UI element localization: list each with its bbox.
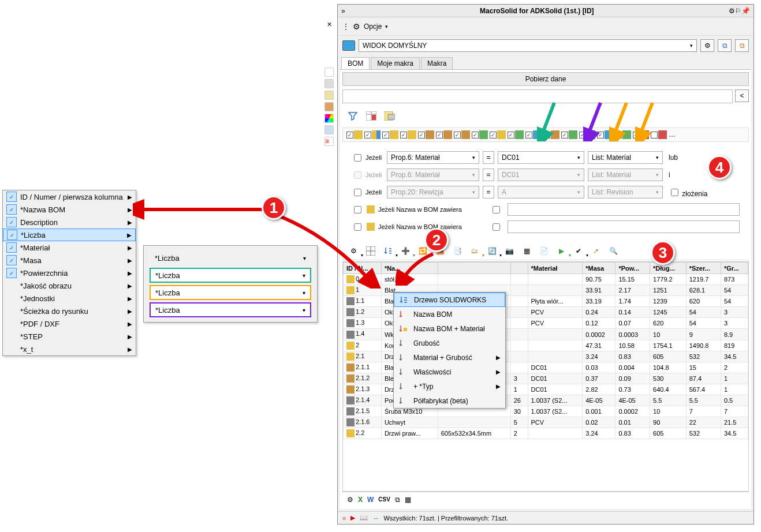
tree-opt-polfab[interactable]: Półfabrykat (beta) xyxy=(394,394,505,408)
table-cell[interactable]: 1 xyxy=(721,384,748,395)
flag-icon[interactable]: ⚐ xyxy=(735,7,741,15)
table-cell[interactable]: 640.4 xyxy=(650,384,687,395)
table-cell[interactable] xyxy=(438,274,510,285)
table-cell[interactable]: 1.0037 (S2... xyxy=(528,395,583,406)
table-cell[interactable] xyxy=(510,307,528,318)
table-cell[interactable]: 0.73 xyxy=(615,384,650,395)
book-icon[interactable]: 📖 xyxy=(360,514,368,522)
pobierz-dane-button[interactable]: Pobierz dane xyxy=(342,72,749,86)
check-dropdown[interactable]: ✔▾ xyxy=(572,245,585,257)
table-cell[interactable]: 54 xyxy=(721,285,748,296)
table-cell[interactable]: 54 xyxy=(686,307,721,318)
table-cell[interactable]: 54 xyxy=(721,296,748,307)
table-cell[interactable]: 605 xyxy=(650,351,687,362)
view-select[interactable]: WIDOK DOMYŚLNY ▾ xyxy=(359,39,697,52)
cond3-prop-select[interactable]: Prop.20: Rewizja▾ xyxy=(387,186,479,198)
table-cell[interactable]: 3.24 xyxy=(583,351,615,362)
table-cell[interactable]: 5.5 xyxy=(686,395,721,406)
table-cell[interactable] xyxy=(510,362,528,373)
table-cell[interactable]: Uchwyt xyxy=(381,417,438,428)
cm-item-description[interactable]: ✓Description▶ xyxy=(3,216,136,228)
table-cell[interactable]: 1.2 xyxy=(344,307,382,318)
table-cell[interactable]: 0.0003 xyxy=(615,329,650,340)
table-cell[interactable]: 2.17 xyxy=(615,285,650,296)
table-cell[interactable]: 26 xyxy=(510,395,528,406)
table-cell[interactable]: 1239 xyxy=(650,296,687,307)
cond3-list-select[interactable]: List: Revision▾ xyxy=(588,186,663,198)
table-cell[interactable]: 0.02 xyxy=(583,417,615,428)
table-cell[interactable] xyxy=(438,417,510,428)
back-button[interactable]: < xyxy=(735,89,749,102)
table-cell[interactable]: 2 xyxy=(510,428,528,439)
table-cell[interactable]: 2.1.6 xyxy=(344,417,382,428)
copy-button[interactable]: ⧉ xyxy=(718,39,732,52)
table-cell[interactable]: 532 xyxy=(686,428,721,439)
cond2-checkbox[interactable] xyxy=(354,171,361,179)
table-cell[interactable]: 30 xyxy=(510,406,528,417)
zlozenia-checkbox[interactable] xyxy=(671,189,678,196)
table-cell[interactable]: 605x532x34.5mm xyxy=(438,428,510,439)
table-cell[interactable]: 1.4 xyxy=(344,329,382,340)
group-dropdown[interactable]: 🗂▾ xyxy=(468,245,481,257)
filter-check-8[interactable] xyxy=(472,130,488,139)
table-cell[interactable]: 15.15 xyxy=(615,274,650,285)
table-cell[interactable]: 2.1.4 xyxy=(344,395,382,406)
grid-header[interactable]: *Gr... xyxy=(721,263,748,274)
grid-header[interactable]: *Dług... xyxy=(650,263,687,274)
name1-extra-checkbox[interactable] xyxy=(493,206,500,213)
table-cell[interactable]: Drzwi praw... xyxy=(381,428,438,439)
excel-icon[interactable]: X xyxy=(358,496,363,504)
cm-item-masa[interactable]: ✓*Masa▶ xyxy=(3,254,136,267)
tree-opt-nazwa-mat[interactable]: Nazwa BOM + Materiał xyxy=(394,321,505,336)
table-cell[interactable] xyxy=(510,285,528,296)
name1-input[interactable] xyxy=(508,203,740,216)
cond1-list-select[interactable]: List: Material▾ xyxy=(588,151,663,164)
table-cell[interactable] xyxy=(528,329,583,340)
table-cell[interactable]: 0.01 xyxy=(615,417,650,428)
cm-item-jakosc[interactable]: *Jakość obrazu▶ xyxy=(3,279,136,292)
filter-check-13[interactable] xyxy=(561,130,577,139)
monitor-icon[interactable] xyxy=(342,40,355,51)
liczba-option-purple[interactable]: *Liczba▾ xyxy=(150,302,311,317)
list-icon[interactable] xyxy=(324,125,334,134)
table-cell[interactable]: 2.1.5 xyxy=(344,406,382,417)
camera-icon[interactable]: 📷 xyxy=(503,245,516,257)
settings-button[interactable]: ⚙ xyxy=(700,39,714,52)
package-icon[interactable] xyxy=(324,79,334,88)
funnel-icon[interactable] xyxy=(347,110,359,122)
table-cell[interactable]: 33.91 xyxy=(583,285,615,296)
table-cell[interactable]: 0.83 xyxy=(615,428,650,439)
table-cell[interactable]: 0.07 xyxy=(615,318,650,329)
table-cell[interactable]: 2.1.1 xyxy=(344,362,382,373)
table-cell[interactable]: DC01 xyxy=(528,384,583,395)
close-icon[interactable]: ✕ xyxy=(327,21,332,28)
teamviewer-icon[interactable]: ↔ xyxy=(372,515,379,522)
table-cell[interactable]: 5.5 xyxy=(650,395,687,406)
tree-opt-grubosc[interactable]: Grubość xyxy=(394,336,505,350)
cm-item-powierzchnia[interactable]: ✓*Powierzchnia▶ xyxy=(3,267,136,279)
grid-header[interactable]: *Pow... xyxy=(615,263,650,274)
table-cell[interactable]: 1 xyxy=(510,384,528,395)
table-cell[interactable]: 4E-05 xyxy=(583,395,615,406)
gear-icon[interactable]: ⚙ xyxy=(347,496,353,504)
tree-opt-typ[interactable]: + *Typ▶ xyxy=(394,379,505,394)
table-cell[interactable]: 3 xyxy=(721,307,748,318)
table-cell[interactable] xyxy=(528,285,583,296)
cm-item-nazwa-bom[interactable]: ✓*Nazwa BOM▶ xyxy=(3,203,136,216)
table-cell[interactable]: DC01 xyxy=(528,362,583,373)
opcje-label[interactable]: Opcje xyxy=(364,23,382,31)
table-cell[interactable]: 1 xyxy=(721,373,748,384)
table-cell[interactable] xyxy=(510,274,528,285)
table-cell[interactable]: 1.3 xyxy=(344,318,382,329)
tree-opt-wlasc[interactable]: Właściwości▶ xyxy=(394,365,505,379)
filter-check-1[interactable] xyxy=(346,130,363,139)
table-cell[interactable]: 1245 xyxy=(650,307,687,318)
table-cell[interactable]: 530 xyxy=(650,373,687,384)
cm-item-id[interactable]: ✓ID / Numer / pierwsza kolumna▶ xyxy=(3,190,136,203)
table-cell[interactable] xyxy=(528,351,583,362)
table-cell[interactable]: 22 xyxy=(686,417,721,428)
refresh-dropdown[interactable]: 🔄▾ xyxy=(486,245,498,257)
table-cell[interactable]: 104.8 xyxy=(650,362,687,373)
name2-input[interactable] xyxy=(508,220,740,233)
table-cell[interactable]: 0.37 xyxy=(583,373,615,384)
